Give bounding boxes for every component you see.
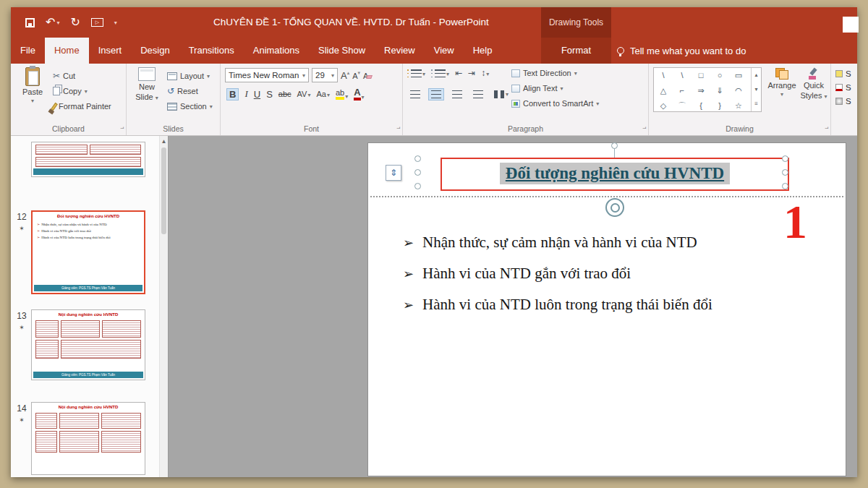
gallery-scroll-down-icon[interactable]: ▾ <box>754 82 757 97</box>
reset-button[interactable]: ↺Reset <box>167 85 213 97</box>
format-painter-button[interactable]: Format Painter <box>53 100 111 112</box>
align-center-button[interactable] <box>428 88 444 100</box>
font-name-combo[interactable]: Times New Roman▾ <box>225 68 309 82</box>
tab-design[interactable]: Design <box>131 38 179 64</box>
shape-icon[interactable]: ⇓ <box>710 83 729 98</box>
underline-button[interactable]: U <box>254 89 260 100</box>
shape-icon[interactable]: ☆ <box>729 98 748 112</box>
thumbnail-scrollbar[interactable]: ▲ <box>159 136 168 477</box>
shape-icon[interactable]: ⌐ <box>673 83 692 98</box>
bullets-button[interactable]: ▾ <box>407 69 425 77</box>
thumbnail-slide-14[interactable]: Nội dung nghiên cứu HVNTD <box>31 402 145 475</box>
line-spacing-button[interactable]: ↕▾ <box>481 69 489 77</box>
cut-button[interactable]: ✂Cut <box>53 70 111 82</box>
scrollbar-thumb[interactable] <box>161 147 166 234</box>
shape-icon[interactable]: ▭ <box>729 68 748 83</box>
italic-button[interactable]: I <box>244 88 247 100</box>
save-button[interactable] <box>25 18 35 27</box>
shape-outline-button[interactable]: S <box>835 83 851 92</box>
animation-star-icon[interactable]: ✶ <box>15 225 28 232</box>
font-size-combo[interactable]: 29▾ <box>312 68 338 82</box>
text-highlight-button[interactable]: ab▾ <box>336 88 348 100</box>
tab-home[interactable]: Home <box>45 38 89 64</box>
bold-button[interactable]: B <box>226 88 239 100</box>
tab-format[interactable]: Format <box>541 38 611 64</box>
text-direction-button[interactable]: Text Direction▾ <box>511 67 599 79</box>
shape-icon[interactable]: □ <box>692 68 710 83</box>
dialog-launcher-icon[interactable]: ⌐ <box>396 125 400 132</box>
numbering-button[interactable]: ▾ <box>431 69 449 77</box>
start-slideshow-button[interactable]: ▷ <box>91 18 103 27</box>
tell-me-box[interactable]: Tell me what you want to do <box>617 38 746 64</box>
tab-help[interactable]: Help <box>464 38 502 64</box>
shape-icon[interactable]: { <box>692 98 710 112</box>
animation-star-icon[interactable]: ✶ <box>15 416 28 424</box>
align-right-button[interactable] <box>449 88 465 100</box>
thumbnail-slide-13[interactable]: Nội dung nghiên cứu HVNTD Giảng viên: PG… <box>31 309 145 380</box>
shape-effects-button[interactable]: S <box>835 97 851 106</box>
character-spacing-button[interactable]: AV▾ <box>297 90 311 98</box>
rotate-ring-handle[interactable] <box>605 198 624 217</box>
quick-styles-button[interactable]: Quick Styles ▾ <box>799 68 828 100</box>
tab-animations[interactable]: Animations <box>244 38 309 64</box>
slide-canvas[interactable]: ⇕ Đối tượng nghiên cứu HVNTD 1 ➢Nhận thứ… <box>367 142 846 476</box>
paste-button[interactable]: Paste ▾ <box>17 67 48 104</box>
tab-view[interactable]: View <box>425 38 464 64</box>
gallery-more-icon[interactable]: ≡ <box>754 97 758 111</box>
tab-review[interactable]: Review <box>375 38 425 64</box>
thumbnail-slide-11-partial[interactable] <box>31 142 145 177</box>
strikethrough-button[interactable]: abc <box>278 90 292 98</box>
grow-font-button[interactable]: A▴ <box>341 69 349 82</box>
undo-button[interactable]: ↶▾ <box>46 17 59 28</box>
shape-icon[interactable]: \ <box>654 68 673 83</box>
align-left-button[interactable] <box>407 88 423 100</box>
shape-icon[interactable]: \ <box>673 68 692 83</box>
tab-transitions[interactable]: Transitions <box>179 38 244 64</box>
shape-icon[interactable]: ○ <box>710 68 729 83</box>
change-case-button[interactable]: Aa▾ <box>316 90 329 98</box>
tab-slideshow[interactable]: Slide Show <box>309 38 375 64</box>
animation-star-icon[interactable]: ✶ <box>15 324 28 331</box>
dialog-launcher-icon[interactable]: ⌐ <box>825 125 828 132</box>
text-shadow-button[interactable]: S <box>266 89 273 100</box>
window-control-button[interactable] <box>843 17 859 33</box>
scroll-up-icon[interactable]: ▲ <box>160 136 168 145</box>
selection-handle[interactable] <box>782 183 788 189</box>
shape-icon[interactable]: ⇒ <box>692 83 710 98</box>
gallery-scroll-up-icon[interactable]: ▴ <box>754 68 757 82</box>
shape-icon[interactable]: △ <box>654 83 673 98</box>
dialog-launcher-icon[interactable]: ⌐ <box>642 125 646 132</box>
selection-handle[interactable] <box>782 169 788 176</box>
qat-customize-button[interactable]: ▾ <box>114 20 117 26</box>
redo-button[interactable]: ↻ <box>70 17 80 28</box>
new-slide-button[interactable]: New Slide ▾ <box>131 67 163 101</box>
tab-file[interactable]: File <box>11 38 45 64</box>
selection-handle[interactable] <box>782 155 788 162</box>
convert-smartart-button[interactable]: Convert to SmartArt▾ <box>511 98 599 109</box>
clear-formatting-button[interactable]: A <box>363 69 372 82</box>
increase-indent-button[interactable]: ⇥ <box>468 69 475 77</box>
align-text-button[interactable]: Align Text▾ <box>511 82 599 94</box>
dialog-launcher-icon[interactable]: ⌐ <box>120 125 124 132</box>
columns-button[interactable]: ▾ <box>491 88 511 100</box>
arrange-button[interactable]: Arrange ▾ <box>766 68 798 98</box>
section-button[interactable]: Section▾ <box>167 100 213 112</box>
shape-fill-button[interactable]: S <box>835 69 851 78</box>
shape-icon[interactable]: } <box>710 98 729 112</box>
rotation-handle[interactable] <box>611 142 618 149</box>
shape-icon[interactable]: ◠ <box>729 83 748 98</box>
layout-button[interactable]: Layout▾ <box>167 70 213 82</box>
thumbnail-slide-12[interactable]: Đối tượng nghiên cứu HVNTD ➢Nhận thức, s… <box>31 210 145 294</box>
selection-handle[interactable] <box>414 183 421 189</box>
font-color-button[interactable]: A▾ <box>354 87 364 100</box>
tab-insert[interactable]: Insert <box>89 38 132 64</box>
title-placeholder[interactable]: Đối tượng nghiên cứu HVNTD <box>441 158 789 191</box>
body-placeholder[interactable]: ➢Nhận thức, sự cảm nhận và hành vi của N… <box>403 227 824 320</box>
slide-title-text[interactable]: Đối tượng nghiên cứu HVNTD <box>500 163 730 184</box>
selection-handle[interactable] <box>414 155 421 162</box>
copy-button[interactable]: Copy▾ <box>53 85 111 97</box>
autofit-options-button[interactable]: ⇕ <box>386 165 401 181</box>
decrease-indent-button[interactable]: ⇤ <box>455 69 462 77</box>
selection-handle[interactable] <box>414 169 421 176</box>
shape-icon[interactable]: ◇ <box>654 98 673 112</box>
